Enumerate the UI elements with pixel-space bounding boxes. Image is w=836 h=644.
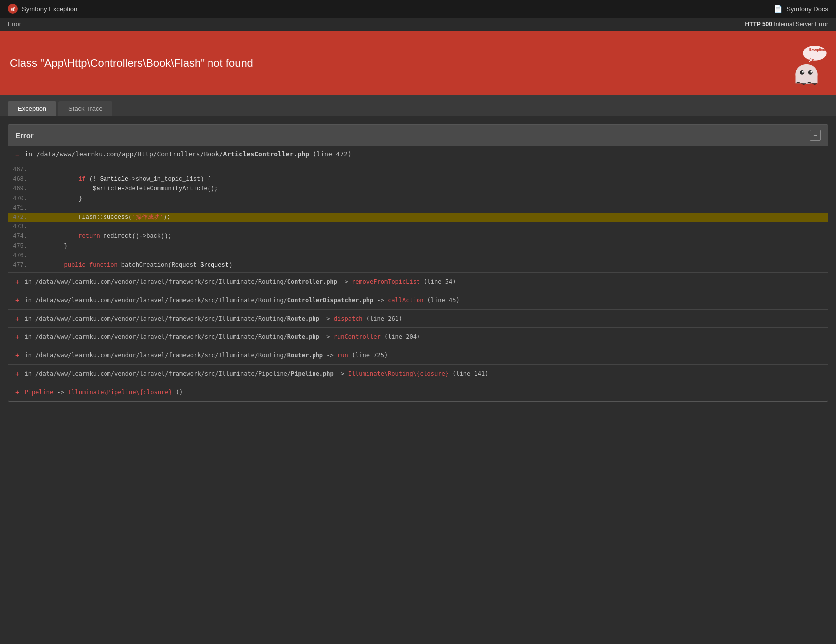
trace-path: Pipeline -> Illuminate\Pipeline\{closure… — [24, 389, 183, 396]
tab-stack-trace[interactable]: Stack Trace — [58, 101, 112, 116]
tab-exception[interactable]: Exception — [8, 101, 56, 116]
code-line-highlighted: 472. Flash::success('操作成功'); — [8, 213, 828, 222]
trace-row-4: + in /data/www/learnku.com/vendor/larave… — [8, 327, 828, 346]
svg-point-5 — [800, 70, 804, 75]
code-line: 470. } — [8, 194, 828, 204]
error-block: Error − − in /data/www/learnku.com/app/H… — [8, 124, 828, 402]
collapse-icon[interactable]: − — [15, 151, 19, 159]
svg-text:Exception!: Exception! — [809, 48, 826, 52]
status-message: Internal Server Error — [774, 21, 828, 28]
expand-icon[interactable]: + — [15, 388, 19, 396]
trace-row-7: + Pipeline -> Illuminate\Pipeline\{closu… — [8, 383, 828, 401]
trace-path: in /data/www/learnku.com/vendor/laravel/… — [24, 278, 456, 285]
brand-area: sf Symfony Exception — [8, 4, 77, 14]
trace-path: in /data/www/learnku.com/vendor/laravel/… — [24, 315, 402, 322]
trace-path: in /data/www/learnku.com/vendor/laravel/… — [24, 370, 488, 377]
svg-rect-4 — [796, 74, 818, 84]
error-message: Class "App\Http\Controllers\Book\Flash" … — [10, 57, 253, 70]
code-section: 467. 468. if (! $article->show_in_topic_… — [8, 163, 828, 272]
docs-label: Symfony Docs — [786, 5, 828, 13]
code-line: 477. public function batchCreation(Reque… — [8, 261, 828, 270]
expand-icon[interactable]: + — [15, 351, 19, 359]
tabs-area: Exception Stack Trace — [0, 95, 836, 116]
error-label: Error — [8, 21, 21, 28]
http-status: HTTP 500 Internal Server Error — [745, 21, 828, 28]
docs-link[interactable]: 📄 Symfony Docs — [774, 5, 828, 13]
code-line: 471. — [8, 204, 828, 213]
doc-icon: 📄 — [774, 5, 782, 13]
trace-row-5: + in /data/www/learnku.com/vendor/larave… — [8, 346, 828, 364]
main-content: Error − − in /data/www/learnku.com/app/H… — [0, 116, 836, 410]
code-line: 467. — [8, 165, 828, 175]
trace-row-6: + in /data/www/learnku.com/vendor/larave… — [8, 364, 828, 383]
expand-icon[interactable]: + — [15, 370, 19, 378]
trace-row-3: + in /data/www/learnku.com/vendor/larave… — [8, 309, 828, 327]
symfony-logo: sf — [8, 4, 18, 14]
trace-row-1: + in /data/www/learnku.com/vendor/larave… — [8, 272, 828, 291]
trace-path: in /data/www/learnku.com/vendor/laravel/… — [24, 297, 459, 304]
expand-icon[interactable]: + — [15, 278, 19, 286]
sub-bar: Error HTTP 500 Internal Server Error — [0, 18, 836, 31]
ghost-illustration: Exception! — [776, 43, 826, 83]
svg-point-6 — [808, 70, 813, 75]
svg-point-8 — [810, 71, 812, 73]
code-area: 467. 468. if (! $article->show_in_topic_… — [8, 163, 828, 272]
code-line: 475. } — [8, 242, 828, 251]
expand-icon[interactable]: + — [15, 315, 19, 322]
expand-icon[interactable]: + — [15, 333, 19, 341]
code-line: 473. — [8, 222, 828, 232]
top-bar: sf Symfony Exception 📄 Symfony Docs — [0, 0, 836, 18]
code-line: 468. if (! $article->show_in_topic_list)… — [8, 175, 828, 184]
error-header: Class "App\Http\Controllers\Book\Flash" … — [0, 31, 836, 95]
first-trace-path: in /data/www/learnku.com/app/Http/Contro… — [24, 150, 351, 158]
error-block-header: Error − — [8, 125, 828, 146]
collapse-button[interactable]: − — [810, 130, 821, 141]
trace-path: in /data/www/learnku.com/vendor/laravel/… — [24, 352, 388, 359]
first-trace-row: − in /data/www/learnku.com/app/Http/Cont… — [8, 146, 828, 163]
svg-point-7 — [802, 71, 804, 73]
expand-icon[interactable]: + — [15, 296, 19, 304]
code-line: 474. return redirect()->back(); — [8, 232, 828, 241]
code-line: 476. — [8, 251, 828, 261]
trace-row-2: + in /data/www/learnku.com/vendor/larave… — [8, 291, 828, 309]
brand-name: Symfony Exception — [22, 5, 77, 13]
code-line: 469. $article->deleteCommunityArticle(); — [8, 184, 828, 194]
status-code: HTTP 500 — [745, 21, 772, 28]
error-block-title: Error — [15, 131, 34, 140]
trace-path: in /data/www/learnku.com/vendor/laravel/… — [24, 333, 420, 340]
